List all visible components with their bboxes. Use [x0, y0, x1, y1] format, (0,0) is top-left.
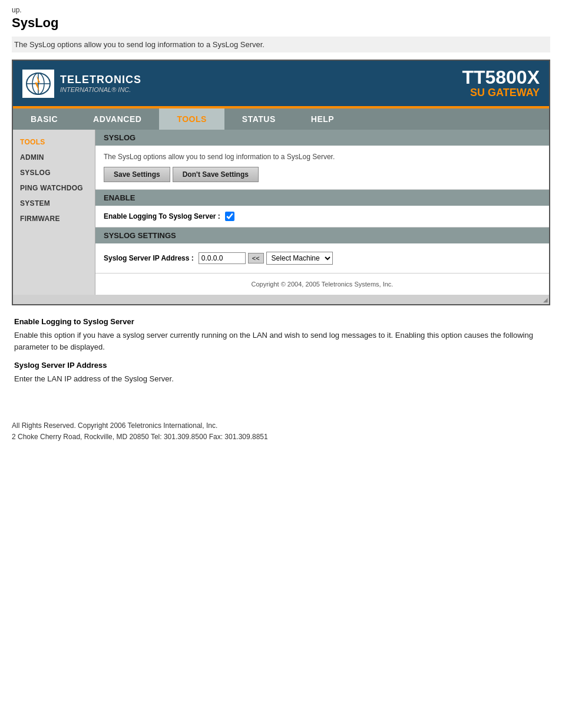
- intro-text: The SysLog options allow you to send log…: [12, 37, 550, 52]
- footer-line1: All Rights Reserved. Copyright 2006 Tele…: [12, 420, 550, 431]
- enable-header: ENABLE: [95, 190, 549, 206]
- device-header: TELETRONICS INTERNATIONAL® INC. TT5800X …: [13, 61, 549, 106]
- product-type: SU GATEWAY: [462, 87, 540, 99]
- nav-tools[interactable]: TOOLS: [159, 108, 224, 130]
- nav-status[interactable]: STATUS: [224, 108, 293, 130]
- syslog-body: The SysLog options allow you to send log…: [95, 146, 549, 190]
- ip-row: Syslog Server IP Address : << Select Mac…: [95, 243, 549, 273]
- sidebar: TOOLS ADMIN SYSLOG PING WATCHDOG SYSTEM …: [13, 130, 95, 295]
- dont-save-settings-button[interactable]: Don't Save Settings: [173, 167, 259, 182]
- brand-name: TELETRONICS: [60, 74, 141, 86]
- help-body-1: Enable this option if you have a syslog …: [14, 330, 548, 353]
- brand-sub: INTERNATIONAL® INC.: [60, 86, 141, 93]
- syslog-description: The SysLog options allow you to send log…: [104, 153, 541, 161]
- breadcrumb: up.: [12, 6, 550, 14]
- device-frame: TELETRONICS INTERNATIONAL® INC. TT5800X …: [12, 60, 550, 305]
- sidebar-item-firmware[interactable]: FIRMWARE: [13, 211, 95, 226]
- settings-section: SYSLOG SETTINGS Syslog Server IP Address…: [95, 228, 549, 274]
- main-content: SYSLOG The SysLog options allow you to s…: [95, 130, 549, 295]
- logo-text: TELETRONICS INTERNATIONAL® INC.: [60, 74, 141, 93]
- footer-line2: 2 Choke Cherry Road, Rockville, MD 20850…: [12, 431, 550, 443]
- help-body-2: Enter the LAN IP address of the Syslog S…: [14, 373, 548, 385]
- sidebar-item-system[interactable]: SYSTEM: [13, 196, 95, 211]
- sidebar-item-syslog[interactable]: SYSLOG: [13, 165, 95, 180]
- product-model: TT5800X: [462, 68, 540, 87]
- enable-logging-checkbox[interactable]: [225, 212, 234, 221]
- button-row: Save Settings Don't Save Settings: [104, 167, 541, 182]
- ip-label: Syslog Server IP Address :: [104, 254, 194, 262]
- syslog-header: SYSLOG: [95, 130, 549, 146]
- product-name: TT5800X SU GATEWAY: [462, 68, 540, 99]
- ip-address-input[interactable]: [199, 252, 246, 264]
- sidebar-item-admin[interactable]: ADMIN: [13, 150, 95, 165]
- enable-section: ENABLE Enable Logging To Syslog Server :: [95, 190, 549, 228]
- logo-area: TELETRONICS INTERNATIONAL® INC.: [22, 70, 141, 98]
- save-settings-button[interactable]: Save Settings: [104, 167, 170, 182]
- enable-label: Enable Logging To Syslog Server :: [104, 212, 220, 220]
- settings-header: SYSLOG SETTINGS: [95, 228, 549, 243]
- enable-form-row: Enable Logging To Syslog Server :: [95, 206, 549, 227]
- nav-bar: BASIC ADVANCED TOOLS STATUS HELP: [13, 108, 549, 130]
- page-title: SysLog: [12, 15, 550, 31]
- resize-icon[interactable]: ◢: [543, 297, 548, 303]
- sidebar-item-tools[interactable]: TOOLS: [13, 134, 95, 150]
- nav-basic[interactable]: BASIC: [13, 108, 75, 130]
- help-section: Enable Logging to Syslog Server Enable t…: [12, 317, 550, 385]
- nav-advanced[interactable]: ADVANCED: [75, 108, 159, 130]
- footer: All Rights Reserved. Copyright 2006 Tele…: [12, 420, 550, 443]
- resize-area: ◢: [13, 295, 549, 304]
- help-heading-1: Enable Logging to Syslog Server: [14, 317, 548, 326]
- nav-help[interactable]: HELP: [293, 108, 352, 130]
- content-area: TOOLS ADMIN SYSLOG PING WATCHDOG SYSTEM …: [13, 130, 549, 295]
- logo-icon: [22, 70, 54, 98]
- sidebar-item-ping-watchdog[interactable]: PING WATCHDOG: [13, 180, 95, 196]
- help-heading-2: Syslog Server IP Address: [14, 361, 548, 370]
- copyright-text: Copyright © 2004, 2005 Teletronics Syste…: [95, 274, 549, 295]
- select-machine-dropdown[interactable]: Select Machine: [266, 252, 333, 265]
- arrow-button[interactable]: <<: [248, 253, 264, 263]
